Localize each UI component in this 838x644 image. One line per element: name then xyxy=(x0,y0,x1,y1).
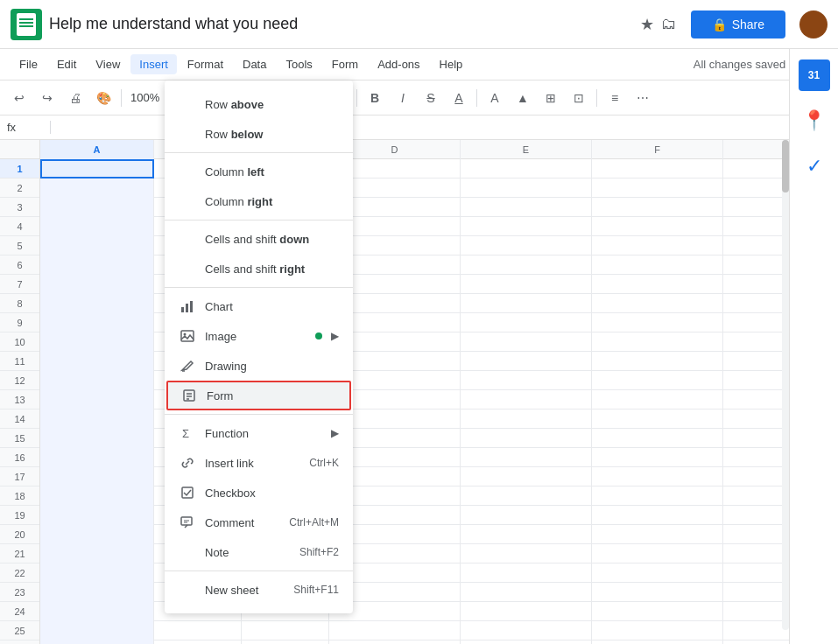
cell-f8[interactable] xyxy=(592,294,723,313)
cell-e22[interactable] xyxy=(461,564,592,583)
cell-a17[interactable] xyxy=(40,467,154,486)
row-24-header[interactable]: 24 xyxy=(0,602,39,621)
cell-a18[interactable] xyxy=(40,486,154,506)
insert-function[interactable]: Σ Function ▶ xyxy=(165,418,353,448)
cell-b26[interactable] xyxy=(154,640,242,644)
row-8-header[interactable]: 8 xyxy=(0,294,39,313)
menu-data[interactable]: Data xyxy=(234,54,275,74)
cell-e4[interactable] xyxy=(461,217,592,236)
row-13-header[interactable]: 13 xyxy=(0,390,39,410)
cells-shift-right[interactable]: Cells and shift right xyxy=(165,254,353,284)
col-f-header[interactable]: F xyxy=(592,140,723,159)
cell-c25[interactable] xyxy=(242,621,329,640)
row-7-header[interactable]: 7 xyxy=(0,275,39,294)
cell-f7[interactable] xyxy=(592,275,723,294)
cell-a21[interactable] xyxy=(40,544,154,564)
redo-button[interactable]: ↪ xyxy=(35,86,60,110)
row-15-header[interactable]: 15 xyxy=(0,429,39,448)
menu-insert[interactable]: Insert xyxy=(130,54,177,74)
cell-e14[interactable] xyxy=(461,410,592,429)
calendar-icon[interactable]: 31 xyxy=(799,60,830,91)
cell-e7[interactable] xyxy=(461,275,592,294)
row-26-header[interactable]: 26 xyxy=(0,640,39,644)
cell-e6[interactable] xyxy=(461,256,592,275)
row-23-header[interactable]: 23 xyxy=(0,583,39,602)
menu-format[interactable]: Format xyxy=(179,54,232,74)
cell-f11[interactable] xyxy=(592,352,723,371)
cell-a24[interactable] xyxy=(40,602,154,621)
cell-f23[interactable] xyxy=(592,583,723,602)
row-22-header[interactable]: 22 xyxy=(0,564,39,583)
cell-a14[interactable] xyxy=(40,410,154,429)
row-18-header[interactable]: 18 xyxy=(0,486,39,506)
cell-a8[interactable] xyxy=(40,294,154,313)
cell-f14[interactable] xyxy=(592,410,723,429)
cell-a10[interactable] xyxy=(40,332,154,352)
cell-f9[interactable] xyxy=(592,313,723,332)
cell-f26[interactable] xyxy=(592,640,723,644)
insert-chart[interactable]: Chart xyxy=(165,291,353,321)
row-5-header[interactable]: 5 xyxy=(0,236,39,256)
insert-drawing[interactable]: Drawing xyxy=(165,351,353,381)
paint-button[interactable]: 🎨 xyxy=(91,86,116,110)
cell-f24[interactable] xyxy=(592,602,723,621)
cell-f19[interactable] xyxy=(592,506,723,525)
menu-view[interactable]: View xyxy=(87,54,129,74)
row-12-header[interactable]: 12 xyxy=(0,371,39,390)
cell-f17[interactable] xyxy=(592,467,723,486)
cell-a23[interactable] xyxy=(40,583,154,602)
insert-link[interactable]: Insert link Ctrl+K xyxy=(165,448,353,478)
cell-e19[interactable] xyxy=(461,506,592,525)
cell-a6[interactable] xyxy=(40,256,154,275)
cell-a7[interactable] xyxy=(40,275,154,294)
row-2-header[interactable]: 2 xyxy=(0,178,39,198)
cell-e17[interactable] xyxy=(461,467,592,486)
insert-new-sheet[interactable]: New sheet Shift+F11 xyxy=(165,575,353,605)
cell-a26[interactable] xyxy=(40,640,154,644)
col-e-header[interactable]: E xyxy=(461,140,592,159)
row-9-header[interactable]: 9 xyxy=(0,313,39,332)
menu-edit[interactable]: Edit xyxy=(48,54,85,74)
cell-f3[interactable] xyxy=(592,198,723,217)
more-button[interactable]: ⋯ xyxy=(630,86,655,110)
cell-f13[interactable] xyxy=(592,390,723,410)
borders-button[interactable]: ⊞ xyxy=(539,86,563,110)
row-16-header[interactable]: 16 xyxy=(0,448,39,467)
cell-e26[interactable] xyxy=(461,640,592,644)
cell-a5[interactable] xyxy=(40,236,154,256)
cell-e18[interactable] xyxy=(461,486,592,506)
cell-a4[interactable] xyxy=(40,217,154,236)
bold-button[interactable]: B xyxy=(363,86,387,110)
cell-a13[interactable] xyxy=(40,390,154,410)
cell-a11[interactable] xyxy=(40,352,154,371)
cell-d26[interactable] xyxy=(329,640,461,644)
insert-form[interactable]: Form xyxy=(166,381,351,410)
row-10-header[interactable]: 10 xyxy=(0,332,39,352)
row-1-header[interactable]: 1 xyxy=(0,159,39,178)
text-color-button[interactable]: A xyxy=(482,86,507,110)
row-3-header[interactable]: 3 xyxy=(0,198,39,217)
row-6-header[interactable]: 6 xyxy=(0,256,39,275)
cell-f5[interactable] xyxy=(592,236,723,256)
cell-e10[interactable] xyxy=(461,332,592,352)
row-4-header[interactable]: 4 xyxy=(0,217,39,236)
cell-f4[interactable] xyxy=(592,217,723,236)
cell-f12[interactable] xyxy=(592,371,723,390)
cell-e1[interactable] xyxy=(461,159,592,178)
cell-f2[interactable] xyxy=(592,178,723,198)
maps-icon[interactable]: 📍 xyxy=(799,105,830,136)
cell-d25[interactable] xyxy=(329,621,461,640)
undo-button[interactable]: ↩ xyxy=(7,86,32,110)
cell-c26[interactable] xyxy=(242,640,329,644)
cell-b25[interactable] xyxy=(154,621,242,640)
insert-image[interactable]: Image ▶ xyxy=(165,321,353,351)
cell-e25[interactable] xyxy=(461,621,592,640)
italic-button[interactable]: I xyxy=(391,86,415,110)
star-icon[interactable]: ★ xyxy=(640,15,654,34)
highlight-button[interactable]: ▲ xyxy=(511,86,535,110)
insert-checkbox[interactable]: Checkbox xyxy=(165,478,353,508)
insert-col-right[interactable]: Column right xyxy=(165,186,353,216)
cell-e21[interactable] xyxy=(461,544,592,564)
cell-e13[interactable] xyxy=(461,390,592,410)
cell-f21[interactable] xyxy=(592,544,723,564)
